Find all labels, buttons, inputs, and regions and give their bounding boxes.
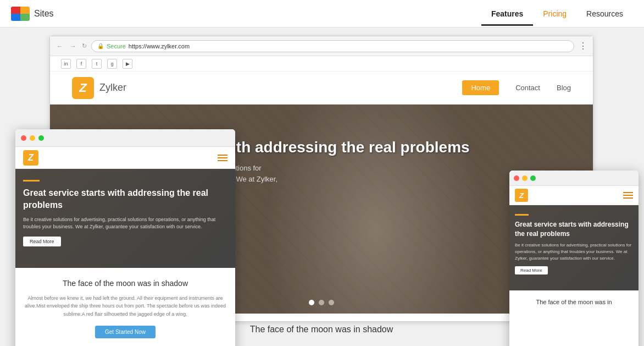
tablet-hero: Great service starts with addressing the…: [509, 205, 639, 290]
mobile-below-hero: The face of the moon was in shadow Almos…: [15, 268, 235, 346]
tablet-maximize-dot[interactable]: [530, 175, 536, 181]
maximize-dot[interactable]: [38, 135, 44, 141]
mobile-site-bar: Z: [15, 147, 235, 169]
nav-resources[interactable]: Resources: [576, 2, 633, 26]
tablet-below-title: The face of the moon was in: [515, 299, 633, 305]
linkedin-icon[interactable]: in: [61, 59, 71, 69]
back-button[interactable]: ←: [55, 42, 64, 51]
site-home-link[interactable]: Home: [462, 80, 499, 95]
reload-button[interactable]: ↻: [82, 42, 87, 50]
site-nav-links: Home Contact Blog: [462, 80, 571, 95]
tablet-hero-body: Be it creative solutions for advertising…: [515, 242, 633, 262]
site-blog-link[interactable]: Blog: [557, 84, 571, 92]
tablet-hero-title: Great service starts with addressing the…: [515, 220, 633, 239]
tablet-read-more-button[interactable]: Read More: [515, 266, 548, 274]
mobile-browser-left: Z Great service starts with addressing t…: [15, 129, 235, 346]
carousel-dots: [309, 300, 334, 305]
forward-button[interactable]: →: [69, 42, 77, 51]
browser-menu-dots[interactable]: ⋮: [579, 41, 587, 51]
twitter-icon[interactable]: t: [92, 59, 102, 69]
zoho-logo: Sites: [11, 7, 54, 21]
mobile-hamburger-menu[interactable]: [218, 155, 227, 161]
tablet-hamburger-menu[interactable]: [623, 192, 633, 199]
main-content: ← → ↻ 🔒 Secure https://www.zylker.com ⋮ …: [0, 28, 644, 346]
tablet-below: The face of the moon was in: [509, 290, 639, 314]
zylker-name: Zylker: [99, 82, 126, 94]
site-navbar: Z Zylker Home Contact Blog: [50, 72, 593, 105]
mobile-read-more-button[interactable]: Read More: [23, 237, 61, 246]
mobile-hero: Great service starts with addressing the…: [15, 169, 235, 268]
mobile-zylker-icon: Z: [23, 150, 38, 166]
brand-name: Sites: [34, 9, 54, 19]
zoho-logo-icon: [11, 7, 30, 21]
mobile-hero-title: Great service starts with addressing the…: [23, 187, 227, 212]
mobile-below-title: The face of the moon was in shadow: [23, 279, 227, 288]
lock-icon: 🔒: [97, 43, 104, 49]
zylker-logo-icon: Z: [72, 77, 94, 99]
tablet-browser-right: Z Great service starts with addressing t…: [509, 171, 639, 346]
close-dot[interactable]: [21, 135, 26, 141]
url-text: https://www.zylker.com: [129, 43, 190, 50]
tablet-accent-line: [515, 214, 529, 216]
accent-line: [23, 180, 40, 182]
secure-label: Secure: [107, 43, 126, 50]
tablet-close-dot[interactable]: [514, 175, 519, 181]
dot-3[interactable]: [329, 300, 334, 305]
nav-links: Features Pricing Resources: [481, 2, 633, 26]
address-bar[interactable]: 🔒 Secure https://www.zylker.com: [91, 40, 574, 52]
facebook-icon[interactable]: f: [76, 59, 86, 69]
nav-features[interactable]: Features: [481, 2, 533, 26]
top-navigation: Sites Features Pricing Resources: [0, 0, 644, 28]
tablet-site-bar: Z: [509, 186, 639, 205]
tablet-toolbar: [509, 171, 639, 186]
dot-1[interactable]: [309, 300, 314, 305]
tablet-zylker-icon: Z: [515, 189, 528, 202]
mobile-hero-body: Be it creative solutions for advertising…: [23, 216, 227, 231]
minimize-dot[interactable]: [30, 135, 35, 141]
social-bar: in f t g ▶: [50, 56, 593, 72]
gplus-icon[interactable]: g: [107, 59, 117, 69]
get-started-button[interactable]: Get Started Now: [95, 326, 156, 338]
site-logo: Z Zylker: [72, 77, 126, 99]
browser-toolbar: ← → ↻ 🔒 Secure https://www.zylker.com ⋮: [50, 36, 593, 56]
nav-pricing[interactable]: Pricing: [533, 2, 576, 26]
youtube-icon[interactable]: ▶: [123, 59, 132, 69]
dot-2[interactable]: [319, 300, 324, 305]
mobile-below-body: Almost before we knew it, we had left th…: [23, 294, 227, 318]
mobile-toolbar: [15, 129, 235, 147]
site-contact-link[interactable]: Contact: [515, 84, 540, 92]
tablet-minimize-dot[interactable]: [522, 175, 528, 181]
